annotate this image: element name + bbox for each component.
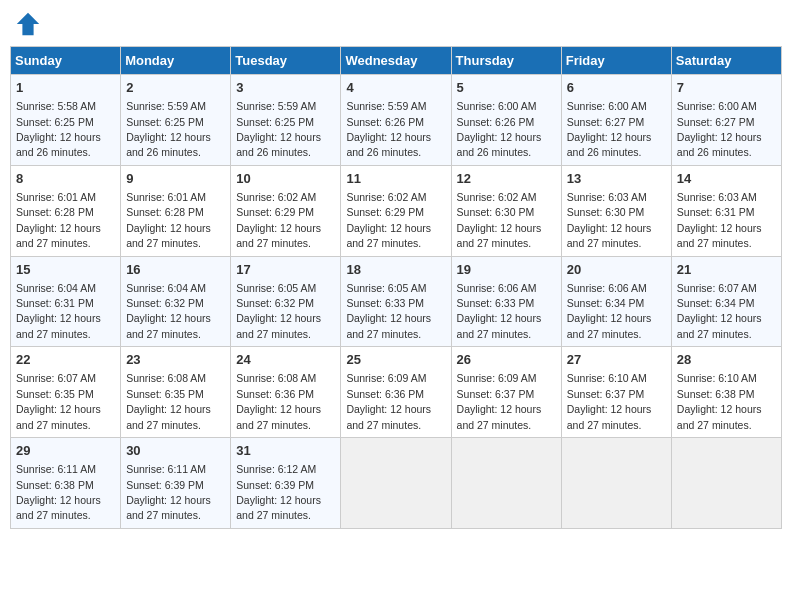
day-number: 12 [457, 170, 556, 188]
calendar-cell: 25 Sunrise: 6:09 AMSunset: 6:36 PMDaylig… [341, 347, 451, 438]
calendar-cell: 18 Sunrise: 6:05 AMSunset: 6:33 PMDaylig… [341, 256, 451, 347]
logo [14, 10, 46, 38]
day-info: Sunrise: 6:09 AMSunset: 6:37 PMDaylight:… [457, 372, 542, 430]
weekday-header-monday: Monday [121, 47, 231, 75]
calendar-cell: 1 Sunrise: 5:58 AMSunset: 6:25 PMDayligh… [11, 75, 121, 166]
day-info: Sunrise: 6:05 AMSunset: 6:33 PMDaylight:… [346, 282, 431, 340]
weekday-header-friday: Friday [561, 47, 671, 75]
calendar-cell: 19 Sunrise: 6:06 AMSunset: 6:33 PMDaylig… [451, 256, 561, 347]
day-info: Sunrise: 6:10 AMSunset: 6:37 PMDaylight:… [567, 372, 652, 430]
day-number: 2 [126, 79, 225, 97]
day-number: 17 [236, 261, 335, 279]
day-number: 16 [126, 261, 225, 279]
calendar-cell: 13 Sunrise: 6:03 AMSunset: 6:30 PMDaylig… [561, 165, 671, 256]
day-number: 14 [677, 170, 776, 188]
calendar-week-3: 15 Sunrise: 6:04 AMSunset: 6:31 PMDaylig… [11, 256, 782, 347]
calendar-cell [451, 438, 561, 529]
day-number: 25 [346, 351, 445, 369]
calendar-cell: 14 Sunrise: 6:03 AMSunset: 6:31 PMDaylig… [671, 165, 781, 256]
day-number: 28 [677, 351, 776, 369]
day-info: Sunrise: 5:59 AMSunset: 6:25 PMDaylight:… [126, 100, 211, 158]
day-info: Sunrise: 6:00 AMSunset: 6:27 PMDaylight:… [567, 100, 652, 158]
weekday-header-wednesday: Wednesday [341, 47, 451, 75]
calendar-cell: 17 Sunrise: 6:05 AMSunset: 6:32 PMDaylig… [231, 256, 341, 347]
day-info: Sunrise: 6:03 AMSunset: 6:30 PMDaylight:… [567, 191, 652, 249]
calendar-cell [671, 438, 781, 529]
day-number: 1 [16, 79, 115, 97]
calendar-cell: 31 Sunrise: 6:12 AMSunset: 6:39 PMDaylig… [231, 438, 341, 529]
calendar-cell: 29 Sunrise: 6:11 AMSunset: 6:38 PMDaylig… [11, 438, 121, 529]
day-info: Sunrise: 6:12 AMSunset: 6:39 PMDaylight:… [236, 463, 321, 521]
day-number: 30 [126, 442, 225, 460]
calendar-cell: 16 Sunrise: 6:04 AMSunset: 6:32 PMDaylig… [121, 256, 231, 347]
calendar-cell: 27 Sunrise: 6:10 AMSunset: 6:37 PMDaylig… [561, 347, 671, 438]
weekday-header-sunday: Sunday [11, 47, 121, 75]
day-number: 3 [236, 79, 335, 97]
day-number: 10 [236, 170, 335, 188]
calendar-cell: 5 Sunrise: 6:00 AMSunset: 6:26 PMDayligh… [451, 75, 561, 166]
day-info: Sunrise: 6:00 AMSunset: 6:26 PMDaylight:… [457, 100, 542, 158]
calendar-cell: 3 Sunrise: 5:59 AMSunset: 6:25 PMDayligh… [231, 75, 341, 166]
calendar-cell: 21 Sunrise: 6:07 AMSunset: 6:34 PMDaylig… [671, 256, 781, 347]
weekday-header-saturday: Saturday [671, 47, 781, 75]
day-number: 29 [16, 442, 115, 460]
weekday-header-tuesday: Tuesday [231, 47, 341, 75]
day-info: Sunrise: 6:01 AMSunset: 6:28 PMDaylight:… [16, 191, 101, 249]
weekday-header-thursday: Thursday [451, 47, 561, 75]
day-info: Sunrise: 6:08 AMSunset: 6:35 PMDaylight:… [126, 372, 211, 430]
day-number: 15 [16, 261, 115, 279]
day-number: 20 [567, 261, 666, 279]
day-number: 21 [677, 261, 776, 279]
calendar-cell: 11 Sunrise: 6:02 AMSunset: 6:29 PMDaylig… [341, 165, 451, 256]
calendar-week-4: 22 Sunrise: 6:07 AMSunset: 6:35 PMDaylig… [11, 347, 782, 438]
day-info: Sunrise: 6:02 AMSunset: 6:29 PMDaylight:… [346, 191, 431, 249]
calendar-cell: 7 Sunrise: 6:00 AMSunset: 6:27 PMDayligh… [671, 75, 781, 166]
day-info: Sunrise: 5:58 AMSunset: 6:25 PMDaylight:… [16, 100, 101, 158]
day-info: Sunrise: 6:03 AMSunset: 6:31 PMDaylight:… [677, 191, 762, 249]
day-info: Sunrise: 6:07 AMSunset: 6:35 PMDaylight:… [16, 372, 101, 430]
calendar-cell: 20 Sunrise: 6:06 AMSunset: 6:34 PMDaylig… [561, 256, 671, 347]
calendar-cell: 22 Sunrise: 6:07 AMSunset: 6:35 PMDaylig… [11, 347, 121, 438]
calendar-cell: 2 Sunrise: 5:59 AMSunset: 6:25 PMDayligh… [121, 75, 231, 166]
day-number: 5 [457, 79, 556, 97]
day-number: 31 [236, 442, 335, 460]
day-info: Sunrise: 6:11 AMSunset: 6:38 PMDaylight:… [16, 463, 101, 521]
day-number: 6 [567, 79, 666, 97]
day-info: Sunrise: 6:05 AMSunset: 6:32 PMDaylight:… [236, 282, 321, 340]
calendar-week-2: 8 Sunrise: 6:01 AMSunset: 6:28 PMDayligh… [11, 165, 782, 256]
calendar-cell: 6 Sunrise: 6:00 AMSunset: 6:27 PMDayligh… [561, 75, 671, 166]
calendar-week-1: 1 Sunrise: 5:58 AMSunset: 6:25 PMDayligh… [11, 75, 782, 166]
day-info: Sunrise: 5:59 AMSunset: 6:25 PMDaylight:… [236, 100, 321, 158]
logo-icon [14, 10, 42, 38]
day-info: Sunrise: 5:59 AMSunset: 6:26 PMDaylight:… [346, 100, 431, 158]
calendar-cell: 9 Sunrise: 6:01 AMSunset: 6:28 PMDayligh… [121, 165, 231, 256]
calendar-cell: 23 Sunrise: 6:08 AMSunset: 6:35 PMDaylig… [121, 347, 231, 438]
day-number: 8 [16, 170, 115, 188]
day-number: 22 [16, 351, 115, 369]
calendar-cell: 4 Sunrise: 5:59 AMSunset: 6:26 PMDayligh… [341, 75, 451, 166]
calendar-cell: 15 Sunrise: 6:04 AMSunset: 6:31 PMDaylig… [11, 256, 121, 347]
calendar-header-row: SundayMondayTuesdayWednesdayThursdayFrid… [11, 47, 782, 75]
day-info: Sunrise: 6:06 AMSunset: 6:34 PMDaylight:… [567, 282, 652, 340]
day-info: Sunrise: 6:07 AMSunset: 6:34 PMDaylight:… [677, 282, 762, 340]
day-info: Sunrise: 6:10 AMSunset: 6:38 PMDaylight:… [677, 372, 762, 430]
day-info: Sunrise: 6:00 AMSunset: 6:27 PMDaylight:… [677, 100, 762, 158]
calendar-cell [561, 438, 671, 529]
day-info: Sunrise: 6:02 AMSunset: 6:29 PMDaylight:… [236, 191, 321, 249]
day-info: Sunrise: 6:06 AMSunset: 6:33 PMDaylight:… [457, 282, 542, 340]
day-number: 13 [567, 170, 666, 188]
day-number: 9 [126, 170, 225, 188]
day-info: Sunrise: 6:04 AMSunset: 6:31 PMDaylight:… [16, 282, 101, 340]
day-info: Sunrise: 6:09 AMSunset: 6:36 PMDaylight:… [346, 372, 431, 430]
calendar-cell: 30 Sunrise: 6:11 AMSunset: 6:39 PMDaylig… [121, 438, 231, 529]
day-info: Sunrise: 6:01 AMSunset: 6:28 PMDaylight:… [126, 191, 211, 249]
day-number: 23 [126, 351, 225, 369]
day-number: 4 [346, 79, 445, 97]
calendar-cell: 12 Sunrise: 6:02 AMSunset: 6:30 PMDaylig… [451, 165, 561, 256]
calendar-week-5: 29 Sunrise: 6:11 AMSunset: 6:38 PMDaylig… [11, 438, 782, 529]
calendar-cell: 28 Sunrise: 6:10 AMSunset: 6:38 PMDaylig… [671, 347, 781, 438]
day-number: 7 [677, 79, 776, 97]
day-info: Sunrise: 6:08 AMSunset: 6:36 PMDaylight:… [236, 372, 321, 430]
svg-marker-0 [17, 13, 39, 35]
calendar-table: SundayMondayTuesdayWednesdayThursdayFrid… [10, 46, 782, 529]
